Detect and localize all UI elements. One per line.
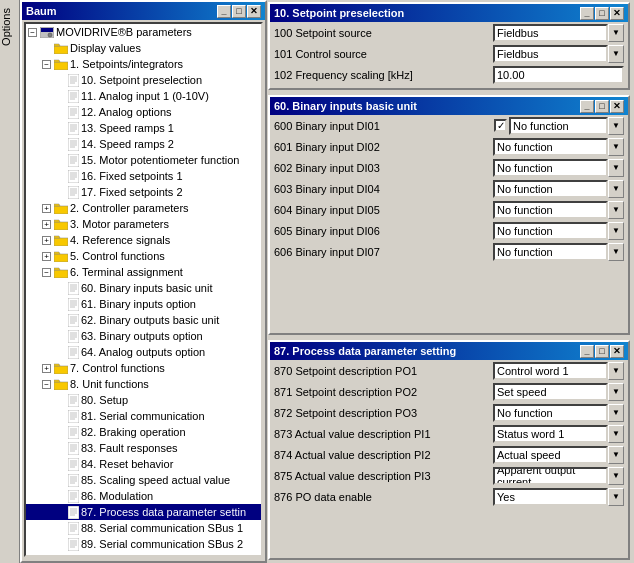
expand-icon-ctrl[interactable]: + xyxy=(42,204,51,213)
dropdown-value[interactable]: Fieldbus xyxy=(493,24,608,42)
tree-item-sp13[interactable]: 13. Speed ramps 1 xyxy=(26,120,261,136)
tree-item-sp16[interactable]: 16. Fixed setpoints 1 xyxy=(26,168,261,184)
tree-item-controlfn[interactable]: + 5. Control functions xyxy=(26,248,261,264)
dropdown-arrow-btn[interactable]: ▼ xyxy=(608,180,624,198)
tree-item-t61[interactable]: 61. Binary inputs option xyxy=(26,296,261,312)
dropdown-arrow-btn[interactable]: ▼ xyxy=(608,243,624,261)
tree-label-sp17: 17. Fixed setpoints 2 xyxy=(81,186,183,198)
dropdown-value[interactable]: No function xyxy=(493,404,608,422)
close-button[interactable]: ✕ xyxy=(247,5,261,18)
dropdown-value[interactable]: Apparent output current xyxy=(493,467,608,485)
param-row: 876 PO data enableYes▼ xyxy=(270,486,628,507)
expand-icon-ipos9[interactable]: + xyxy=(42,556,51,558)
dropdown-arrow-btn[interactable]: ▼ xyxy=(608,159,624,177)
tree-item-terminal[interactable]: − 6. Terminal assignment xyxy=(26,264,261,280)
maximize-button[interactable]: □ xyxy=(232,5,246,18)
dropdown-arrow-btn[interactable]: ▼ xyxy=(608,138,624,156)
dropdown-arrow-btn[interactable]: ▼ xyxy=(608,222,624,240)
dropdown-value[interactable]: Status word 1 xyxy=(493,425,608,443)
dropdown-arrow-btn[interactable]: ▼ xyxy=(608,446,624,464)
param-row: 874 Actual value description PI2Actual s… xyxy=(270,444,628,465)
p87-max-btn[interactable]: □ xyxy=(595,345,609,358)
dropdown-value[interactable]: No function xyxy=(493,159,608,177)
dropdown-value[interactable]: No function xyxy=(493,201,608,219)
dropdown-value[interactable]: Yes xyxy=(493,488,608,506)
checkbox[interactable]: ✓ xyxy=(494,119,507,132)
p10-min-btn[interactable]: _ xyxy=(580,7,594,20)
dropdown-arrow-btn[interactable]: ▼ xyxy=(608,404,624,422)
tree-item-setpoints[interactable]: − 1. Setpoints/integrators xyxy=(26,56,261,72)
tree-item-sp12[interactable]: 12. Analog options xyxy=(26,104,261,120)
tree-item-u86[interactable]: 86. Modulation xyxy=(26,488,261,504)
tree-content[interactable]: − MOVIDRIVE®B parameters Display values−… xyxy=(24,22,263,557)
dropdown-arrow-btn[interactable]: ▼ xyxy=(608,425,624,443)
dropdown-value[interactable]: No function xyxy=(493,138,608,156)
p87-close-btn[interactable]: ✕ xyxy=(610,345,624,358)
p87-min-btn[interactable]: _ xyxy=(580,345,594,358)
dropdown-value[interactable]: Set speed xyxy=(493,383,608,401)
tree-item-sp11[interactable]: 11. Analog input 1 (0-10V) xyxy=(26,88,261,104)
dropdown-value[interactable]: Fieldbus xyxy=(493,45,608,63)
p60-max-btn[interactable]: □ xyxy=(595,100,609,113)
dropdown-arrow-btn[interactable]: ▼ xyxy=(608,488,624,506)
dropdown-value[interactable]: No function xyxy=(493,222,608,240)
tree-item-ctrl7[interactable]: + 7. Control functions xyxy=(26,360,261,376)
dropdown-value[interactable]: Actual speed xyxy=(493,446,608,464)
tree-item-ipos9[interactable]: + 9. IPOS parameters xyxy=(26,552,261,557)
p60-close-btn[interactable]: ✕ xyxy=(610,100,624,113)
dropdown-arrow-btn[interactable]: ▼ xyxy=(608,467,624,485)
tree-item-t64[interactable]: 64. Analog outputs option xyxy=(26,344,261,360)
expand-icon-ctrl7[interactable]: + xyxy=(42,364,51,373)
dropdown-value[interactable]: No function xyxy=(509,117,608,135)
tree-item-u83[interactable]: 83. Fault responses xyxy=(26,440,261,456)
tree-label-controlfn: 5. Control functions xyxy=(70,250,165,262)
svg-rect-116 xyxy=(68,490,79,503)
expand-icon-ref[interactable]: + xyxy=(42,236,51,245)
expand-icon-setpoints[interactable]: − xyxy=(42,60,51,69)
dropdown-arrow-btn[interactable]: ▼ xyxy=(608,117,624,135)
dropdown-arrow-btn[interactable]: ▼ xyxy=(608,362,624,380)
p60-min-btn[interactable]: _ xyxy=(580,100,594,113)
expand-icon-unit8[interactable]: − xyxy=(42,380,51,389)
expand-icon-movidrive[interactable]: − xyxy=(28,28,37,37)
tree-item-motor[interactable]: + 3. Motor parameters xyxy=(26,216,261,232)
dropdown-arrow-btn[interactable]: ▼ xyxy=(608,201,624,219)
minimize-button[interactable]: _ xyxy=(217,5,231,18)
param-text-value[interactable]: 10.00 xyxy=(493,66,624,84)
dropdown-arrow-btn[interactable]: ▼ xyxy=(608,383,624,401)
tree-item-u89[interactable]: 89. Serial communication SBus 2 xyxy=(26,536,261,552)
expand-icon-controlfn[interactable]: + xyxy=(42,252,51,261)
tree-item-u85[interactable]: 85. Scaling speed actual value xyxy=(26,472,261,488)
svg-marker-83 xyxy=(54,364,60,366)
tree-item-movidrive[interactable]: − MOVIDRIVE®B parameters xyxy=(26,24,261,40)
dropdown-arrow-btn[interactable]: ▼ xyxy=(608,45,624,63)
tree-item-u81[interactable]: 81. Serial communication xyxy=(26,408,261,424)
expand-icon-terminal[interactable]: − xyxy=(42,268,51,277)
expand-icon-motor[interactable]: + xyxy=(42,220,51,229)
tree-label-t62: 62. Binary outputs basic unit xyxy=(81,314,219,326)
tree-item-t60[interactable]: 60. Binary inputs basic unit xyxy=(26,280,261,296)
tree-item-u82[interactable]: 82. Braking operation xyxy=(26,424,261,440)
tree-item-display[interactable]: Display values xyxy=(26,40,261,56)
dropdown-arrow-btn[interactable]: ▼ xyxy=(608,24,624,42)
tree-item-t63[interactable]: 63. Binary outputs option xyxy=(26,328,261,344)
p10-close-btn[interactable]: ✕ xyxy=(610,7,624,20)
param-label: 604 Binary input DI05 xyxy=(274,204,493,216)
dropdown-value[interactable]: Control word 1 xyxy=(493,362,608,380)
tree-item-u88[interactable]: 88. Serial communication SBus 1 xyxy=(26,520,261,536)
tree-item-sp15[interactable]: 15. Motor potentiometer function xyxy=(26,152,261,168)
dropdown-value[interactable]: No function xyxy=(493,243,608,261)
dropdown-value[interactable]: No function xyxy=(493,180,608,198)
tree-item-u80[interactable]: 80. Setup xyxy=(26,392,261,408)
tree-item-unit8[interactable]: − 8. Unit functions xyxy=(26,376,261,392)
p10-max-btn[interactable]: □ xyxy=(595,7,609,20)
tree-item-sp17[interactable]: 17. Fixed setpoints 2 xyxy=(26,184,261,200)
tree-item-sp14[interactable]: 14. Speed ramps 2 xyxy=(26,136,261,152)
options-tab[interactable]: Options xyxy=(0,8,15,46)
tree-item-sp10[interactable]: 10. Setpoint preselection xyxy=(26,72,261,88)
tree-item-u84[interactable]: 84. Reset behavior xyxy=(26,456,261,472)
tree-item-t62[interactable]: 62. Binary outputs basic unit xyxy=(26,312,261,328)
tree-item-ctrl[interactable]: + 2. Controller parameters xyxy=(26,200,261,216)
tree-item-ref[interactable]: + 4. Reference signals xyxy=(26,232,261,248)
tree-item-u87[interactable]: 87. Process data parameter settin xyxy=(26,504,261,520)
